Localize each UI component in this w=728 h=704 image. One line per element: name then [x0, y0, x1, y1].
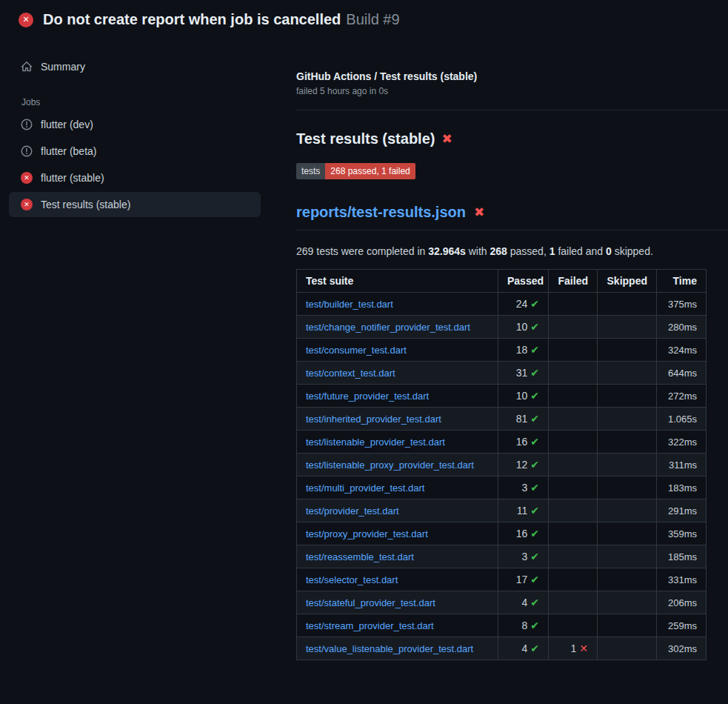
- sidebar-item-job[interactable]: ✕Test results (stable): [9, 192, 261, 217]
- test-result-row: test/change_notifier_provider_test.dart1…: [297, 316, 707, 339]
- test-suite-cell: test/future_provider_test.dart: [297, 385, 498, 408]
- summary-segment: 0: [606, 245, 612, 257]
- report-title-row: reports/test-results.json ✖: [296, 204, 728, 230]
- skipped-cell: [598, 293, 657, 316]
- skipped-cell: [598, 408, 657, 431]
- failed-cell: [549, 408, 598, 431]
- test-suite-link[interactable]: test/multi_provider_test.dart: [306, 482, 424, 494]
- passed-cell: 18✔: [498, 339, 549, 362]
- passed-count: 10: [516, 321, 528, 333]
- passed-count: 4: [521, 597, 527, 608]
- failed-cell: [549, 293, 598, 316]
- sidebar: Summary Jobs flutter (dev)flutter (beta)…: [0, 38, 278, 219]
- check-title-row: Test results (stable) ✖: [296, 130, 728, 147]
- jobs-section-label: Jobs: [21, 97, 261, 107]
- test-suite-cell: test/stateful_provider_test.dart: [297, 591, 498, 614]
- test-suite-link[interactable]: test/value_listenable_provider_test.dart: [306, 643, 473, 654]
- time-cell: 1.065s: [657, 408, 707, 431]
- passed-cell: 4✔: [498, 637, 549, 660]
- failed-cell: [549, 431, 598, 454]
- test-suite-link[interactable]: test/change_notifier_provider_test.dart: [306, 322, 470, 333]
- time-cell: 259ms: [657, 614, 707, 637]
- failed-cell: [549, 522, 598, 545]
- test-suite-cell: test/builder_test.dart: [297, 293, 498, 316]
- failed-cell: [549, 339, 598, 362]
- check-icon: ✔: [530, 413, 539, 425]
- table-body: test/builder_test.dart24✔375mstest/chang…: [297, 293, 707, 660]
- test-suite-link[interactable]: test/context_test.dart: [306, 368, 395, 379]
- page-title: Do not create report when job is cancell…: [43, 11, 341, 27]
- time-cell: 272ms: [657, 385, 707, 408]
- summary-segment: failed and: [555, 245, 607, 257]
- failed-x-circle-icon: ✕: [19, 13, 33, 27]
- sidebar-item-job[interactable]: flutter (dev): [9, 112, 261, 137]
- test-suite-cell: test/multi_provider_test.dart: [297, 476, 498, 499]
- test-suite-cell: test/consumer_test.dart: [297, 339, 498, 362]
- test-suite-cell: test/provider_test.dart: [297, 499, 498, 522]
- passed-cell: 17✔: [498, 568, 549, 591]
- test-suite-link[interactable]: test/builder_test.dart: [306, 299, 393, 310]
- skipped-cell: [598, 316, 657, 339]
- passed-count: 12: [516, 459, 528, 471]
- passed-cell: 3✔: [498, 545, 549, 568]
- time-cell: 280ms: [657, 316, 707, 339]
- test-summary-line: 269 tests were completed in 32.964s with…: [296, 245, 728, 257]
- test-suite-link[interactable]: test/inherited_provider_test.dart: [306, 414, 441, 425]
- time-cell: 206ms: [657, 591, 707, 614]
- x-icon: ✕: [579, 642, 588, 654]
- passed-count: 16: [516, 436, 528, 448]
- check-icon: ✔: [530, 344, 539, 356]
- passed-cell: 81✔: [498, 408, 549, 431]
- failed-cell: 1✕: [549, 637, 598, 660]
- time-cell: 375ms: [657, 293, 707, 316]
- failed-cell: [549, 591, 598, 614]
- check-title: Test results (stable): [296, 130, 435, 147]
- check-icon: ✔: [530, 551, 539, 562]
- passed-count: 8: [521, 620, 527, 631]
- test-suite-link[interactable]: test/listenable_provider_test.dart: [306, 436, 445, 448]
- sidebar-item-job[interactable]: ✕flutter (stable): [9, 165, 261, 190]
- badge-label: tests: [296, 163, 325, 179]
- test-suite-link[interactable]: test/stateful_provider_test.dart: [306, 597, 435, 608]
- time-cell: 331ms: [657, 568, 707, 591]
- passed-count: 3: [521, 551, 527, 562]
- test-suite-link[interactable]: test/stream_provider_test.dart: [306, 620, 434, 631]
- check-icon: ✔: [530, 298, 539, 310]
- divider: [296, 110, 728, 110]
- jobs-list: flutter (dev)flutter (beta)✕flutter (sta…: [9, 112, 261, 217]
- job-label: flutter (stable): [41, 172, 104, 184]
- summary-segment: with: [466, 245, 490, 257]
- test-result-row: test/listenable_proxy_provider_test.dart…: [297, 454, 707, 476]
- time-cell: 291ms: [657, 499, 707, 522]
- test-suite-link[interactable]: test/future_provider_test.dart: [306, 391, 429, 402]
- skipped-cell: [598, 499, 657, 522]
- sidebar-item-job[interactable]: flutter (beta): [9, 139, 261, 164]
- passed-cell: 12✔: [498, 454, 549, 476]
- summary-segment: 1: [550, 245, 555, 257]
- report-file-link[interactable]: reports/test-results.json: [296, 204, 466, 221]
- build-number: Build #9: [346, 11, 399, 27]
- failed-cell: [549, 499, 598, 522]
- x-circle-icon: ✕: [21, 172, 33, 184]
- test-suite-link[interactable]: test/selector_test.dart: [306, 574, 398, 585]
- column-header: Failed: [549, 270, 598, 293]
- tests-badge: tests 268 passed, 1 failed: [296, 163, 415, 179]
- skipped-cell: [598, 545, 657, 568]
- time-cell: 183ms: [657, 476, 707, 499]
- test-suite-link[interactable]: test/provider_test.dart: [306, 505, 399, 517]
- test-suite-link[interactable]: test/consumer_test.dart: [306, 345, 407, 356]
- test-result-row: test/stream_provider_test.dart8✔259ms: [297, 614, 707, 637]
- table-header-row: Test suitePassedFailedSkippedTime: [297, 270, 707, 293]
- check-icon: ✔: [530, 390, 539, 402]
- failed-cell: [549, 316, 598, 339]
- test-suite-cell: test/context_test.dart: [297, 362, 498, 385]
- passed-cell: 11✔: [498, 499, 549, 522]
- check-icon: ✔: [530, 620, 539, 631]
- time-cell: 311ms: [657, 454, 707, 476]
- test-suite-link[interactable]: test/reassemble_test.dart: [306, 551, 414, 562]
- sidebar-item-summary[interactable]: Summary: [9, 54, 261, 79]
- test-suite-link[interactable]: test/listenable_proxy_provider_test.dart: [306, 459, 474, 471]
- test-suite-cell: test/listenable_provider_test.dart: [297, 431, 498, 454]
- test-suite-link[interactable]: test/proxy_provider_test.dart: [306, 528, 428, 539]
- failed-cell: [549, 362, 598, 385]
